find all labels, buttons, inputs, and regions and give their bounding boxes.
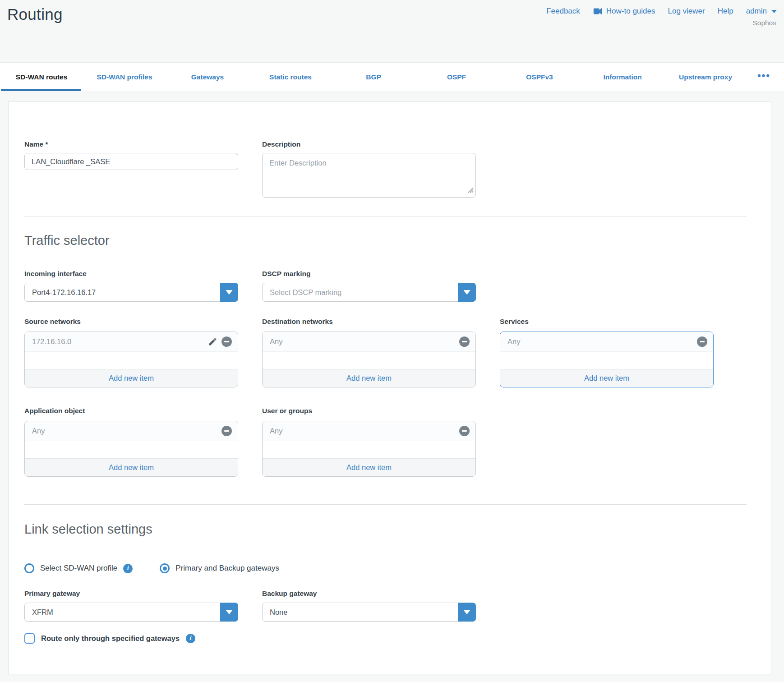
radio-sdwan-profile[interactable] <box>24 563 34 573</box>
services-box: Any Add new item <box>500 332 714 387</box>
name-label: Name * <box>24 140 238 149</box>
page-title: Routing <box>7 5 63 23</box>
edit-icon[interactable] <box>208 337 217 346</box>
tab-ospfv3[interactable]: OSPFv3 <box>498 63 581 91</box>
destination-networks-box: Any Add new item <box>262 332 476 387</box>
feedback-label: Feedback <box>546 7 580 16</box>
tab-ospf[interactable]: OSPF <box>415 63 498 91</box>
name-input[interactable] <box>24 153 238 170</box>
dscp-marking-label: DSCP marking <box>262 270 476 279</box>
backup-gateway-label: Backup gateway <box>262 590 476 599</box>
help-label: Help <box>718 7 733 16</box>
backup-gateway-select[interactable]: None <box>262 603 476 622</box>
traffic-selector-heading: Traffic selector <box>24 232 747 249</box>
dscp-marking-placeholder: Select DSCP marking <box>270 288 341 297</box>
dscp-marking-dropdown-button[interactable] <box>458 283 476 302</box>
list-empty-area <box>25 352 238 369</box>
incoming-interface-label: Incoming interface <box>24 270 238 279</box>
user-or-groups-label: User or groups <box>262 407 476 416</box>
tab-bar: SD-WAN routes SD-WAN profiles Gateways S… <box>0 62 784 91</box>
source-networks-box: 172.16.16.0 Add new item <box>24 332 238 387</box>
primary-gateway-select[interactable]: XFRM <box>24 603 238 622</box>
application-object-box: Any Add new item <box>24 421 238 477</box>
primary-gateway-value: XFRM <box>32 608 53 617</box>
info-icon[interactable]: i <box>186 634 195 643</box>
source-network-value: 172.16.16.0 <box>32 337 71 346</box>
more-tabs-button[interactable]: ••• <box>757 63 784 91</box>
remove-item-icon[interactable] <box>221 336 232 347</box>
destination-network-value: Any <box>270 337 282 346</box>
radio-sdwan-profile-label: Select SD-WAN profile <box>40 564 117 573</box>
caret-down-icon <box>226 290 233 295</box>
list-empty-area <box>25 441 238 458</box>
info-icon[interactable]: i <box>123 564 133 573</box>
radio-primary-backup-label: Primary and Backup gateways <box>175 564 279 573</box>
tab-information[interactable]: Information <box>581 63 664 91</box>
radio-group-sdwan-profile: Select SD-WAN profile i <box>24 563 133 573</box>
tab-static-routes[interactable]: Static routes <box>249 63 332 91</box>
tab-upstream-proxy[interactable]: Upstream proxy <box>664 63 747 91</box>
tab-sdwan-profiles[interactable]: SD-WAN profiles <box>83 63 166 91</box>
radio-group-primary-backup: Primary and Backup gateways <box>160 563 279 573</box>
top-links: Feedback How-to guides Log viewer Help a… <box>546 6 777 16</box>
admin-label: admin <box>746 7 767 16</box>
primary-gateway-label: Primary gateway <box>24 590 238 599</box>
tab-sdwan-routes[interactable]: SD-WAN routes <box>0 63 83 91</box>
services-label: Services <box>500 318 714 327</box>
list-empty-area <box>263 352 475 369</box>
application-object-add-button[interactable]: Add new item <box>25 458 238 476</box>
backup-gateway-value: None <box>270 608 287 617</box>
log-viewer-link[interactable]: Log viewer <box>668 7 705 16</box>
tab-bgp[interactable]: BGP <box>332 63 415 91</box>
dscp-marking-select[interactable]: Select DSCP marking <box>262 283 476 302</box>
help-link[interactable]: Help <box>718 7 733 16</box>
remove-item-icon[interactable] <box>459 336 470 347</box>
description-label: Description <box>262 140 476 149</box>
caret-down-icon <box>463 610 470 614</box>
list-item: Any <box>500 332 713 352</box>
sdwan-route-form: Name * Description Traffi <box>8 101 771 674</box>
tab-gateways[interactable]: Gateways <box>166 63 249 91</box>
service-value: Any <box>507 337 520 346</box>
primary-gateway-dropdown-button[interactable] <box>220 603 238 622</box>
remove-item-icon[interactable] <box>459 426 470 436</box>
admin-menu[interactable]: admin <box>746 7 777 16</box>
incoming-interface-select[interactable]: Port4-172.16.16.17 <box>24 283 238 302</box>
destination-networks-label: Destination networks <box>262 318 476 327</box>
list-item: Any <box>25 421 238 441</box>
application-object-label: Application object <box>24 407 238 416</box>
incoming-interface-dropdown-button[interactable] <box>220 283 238 302</box>
chevron-down-icon <box>771 10 777 13</box>
source-networks-label: Source networks <box>24 318 238 327</box>
user-or-groups-add-button[interactable]: Add new item <box>263 458 475 476</box>
description-input[interactable] <box>262 153 476 198</box>
remove-item-icon[interactable] <box>221 426 232 436</box>
services-add-button[interactable]: Add new item <box>500 369 713 387</box>
radio-primary-backup-gateways[interactable] <box>160 563 170 573</box>
log-viewer-label: Log viewer <box>668 7 705 16</box>
user-or-groups-value: Any <box>270 427 282 435</box>
howto-guides-label: How-to guides <box>606 7 655 16</box>
list-item: 172.16.16.0 <box>25 332 238 352</box>
destination-networks-add-button[interactable]: Add new item <box>263 369 475 387</box>
route-only-label: Route only through specified gateways <box>41 634 180 643</box>
list-empty-area <box>263 441 475 458</box>
remove-item-icon[interactable] <box>697 336 707 347</box>
section-divider <box>24 504 747 505</box>
list-empty-area <box>500 352 713 369</box>
list-item: Any <box>263 332 475 352</box>
feedback-link[interactable]: Feedback <box>546 7 580 16</box>
application-object-value: Any <box>32 427 45 435</box>
backup-gateway-dropdown-button[interactable] <box>458 603 476 622</box>
caret-down-icon <box>226 610 233 614</box>
brand-label: Sophos <box>752 19 776 27</box>
incoming-interface-value: Port4-172.16.16.17 <box>32 288 96 297</box>
howto-guides-link[interactable]: How-to guides <box>593 6 655 16</box>
route-only-checkbox[interactable] <box>24 633 35 644</box>
user-or-groups-box: Any Add new item <box>262 421 476 477</box>
page-header: Routing Feedback How-to guides Log viewe… <box>0 0 784 62</box>
caret-down-icon <box>463 290 470 295</box>
source-networks-add-button[interactable]: Add new item <box>25 369 238 387</box>
video-camera-icon <box>593 6 603 16</box>
list-item: Any <box>263 421 475 441</box>
